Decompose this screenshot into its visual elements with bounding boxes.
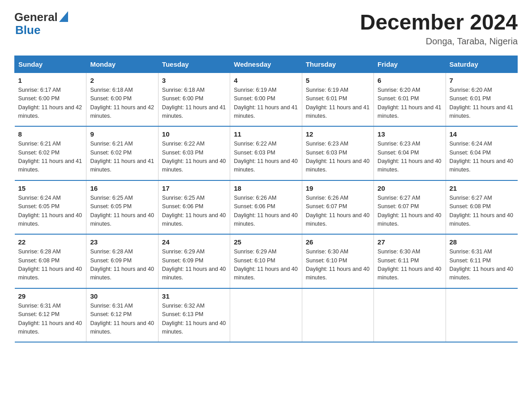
day-info: Sunrise: 6:18 AM Sunset: 6:00 PM Dayligh… [90, 86, 154, 121]
calendar-cell [302, 288, 373, 342]
day-info: Sunrise: 6:17 AM Sunset: 6:00 PM Dayligh… [18, 86, 83, 121]
day-number: 22 [18, 238, 83, 246]
day-info: Sunrise: 6:29 AM Sunset: 6:09 PM Dayligh… [162, 248, 226, 283]
day-info: Sunrise: 6:25 AM Sunset: 6:06 PM Dayligh… [162, 194, 226, 229]
calendar-cell: 4 Sunrise: 6:19 AM Sunset: 6:00 PM Dayli… [230, 73, 302, 126]
day-number: 4 [234, 77, 298, 84]
day-number: 18 [234, 184, 298, 192]
day-info: Sunrise: 6:29 AM Sunset: 6:10 PM Dayligh… [234, 248, 298, 283]
calendar-cell: 24 Sunrise: 6:29 AM Sunset: 6:09 PM Dayl… [158, 234, 230, 288]
day-info: Sunrise: 6:30 AM Sunset: 6:11 PM Dayligh… [378, 248, 442, 283]
calendar-cell: 26 Sunrise: 6:30 AM Sunset: 6:10 PM Dayl… [302, 234, 373, 288]
calendar-cell: 13 Sunrise: 6:23 AM Sunset: 6:04 PM Dayl… [374, 126, 446, 180]
day-info: Sunrise: 6:24 AM Sunset: 6:04 PM Dayligh… [450, 140, 514, 175]
calendar-cell: 5 Sunrise: 6:19 AM Sunset: 6:01 PM Dayli… [302, 73, 373, 126]
day-info: Sunrise: 6:21 AM Sunset: 6:02 PM Dayligh… [90, 140, 154, 175]
calendar-cell: 22 Sunrise: 6:28 AM Sunset: 6:08 PM Dayl… [15, 234, 86, 288]
day-number: 23 [90, 238, 154, 246]
day-number: 6 [378, 77, 442, 84]
week-row-5: 29 Sunrise: 6:31 AM Sunset: 6:12 PM Dayl… [15, 288, 518, 342]
calendar-cell: 3 Sunrise: 6:18 AM Sunset: 6:00 PM Dayli… [158, 73, 230, 126]
calendar-cell: 9 Sunrise: 6:21 AM Sunset: 6:02 PM Dayli… [86, 126, 158, 180]
day-info: Sunrise: 6:20 AM Sunset: 6:01 PM Dayligh… [378, 86, 442, 121]
calendar-cell: 17 Sunrise: 6:25 AM Sunset: 6:06 PM Dayl… [158, 180, 230, 235]
day-info: Sunrise: 6:28 AM Sunset: 6:09 PM Dayligh… [90, 248, 154, 283]
calendar-cell: 7 Sunrise: 6:20 AM Sunset: 6:01 PM Dayli… [446, 73, 517, 126]
calendar-cell: 29 Sunrise: 6:31 AM Sunset: 6:12 PM Dayl… [15, 288, 86, 342]
calendar-cell [446, 288, 517, 342]
col-header-tuesday: Tuesday [158, 56, 230, 73]
day-number: 27 [378, 238, 442, 246]
calendar-cell: 25 Sunrise: 6:29 AM Sunset: 6:10 PM Dayl… [230, 234, 302, 288]
day-info: Sunrise: 6:22 AM Sunset: 6:03 PM Dayligh… [234, 140, 298, 175]
page-header: General Blue December 2024 Donga, Taraba… [14, 11, 518, 47]
calendar-cell [230, 288, 302, 342]
day-number: 5 [306, 77, 370, 84]
calendar-cell: 12 Sunrise: 6:23 AM Sunset: 6:03 PM Dayl… [302, 126, 373, 180]
calendar-cell [374, 288, 446, 342]
calendar-table: SundayMondayTuesdayWednesdayThursdayFrid… [14, 56, 518, 343]
day-number: 31 [162, 292, 226, 300]
col-header-sunday: Sunday [15, 56, 86, 73]
logo-general: General [14, 11, 58, 24]
day-number: 21 [450, 184, 514, 192]
day-info: Sunrise: 6:23 AM Sunset: 6:03 PM Dayligh… [306, 140, 370, 175]
calendar-header-row: SundayMondayTuesdayWednesdayThursdayFrid… [15, 56, 518, 73]
calendar-cell: 23 Sunrise: 6:28 AM Sunset: 6:09 PM Dayl… [86, 234, 158, 288]
week-row-1: 1 Sunrise: 6:17 AM Sunset: 6:00 PM Dayli… [15, 73, 518, 126]
week-row-2: 8 Sunrise: 6:21 AM Sunset: 6:02 PM Dayli… [15, 126, 518, 180]
calendar-cell: 11 Sunrise: 6:22 AM Sunset: 6:03 PM Dayl… [230, 126, 302, 180]
col-header-monday: Monday [86, 56, 158, 73]
day-info: Sunrise: 6:27 AM Sunset: 6:07 PM Dayligh… [378, 194, 442, 229]
calendar-cell: 14 Sunrise: 6:24 AM Sunset: 6:04 PM Dayl… [446, 126, 517, 180]
day-number: 3 [162, 77, 226, 84]
calendar-cell: 19 Sunrise: 6:26 AM Sunset: 6:07 PM Dayl… [302, 180, 373, 235]
calendar-cell: 30 Sunrise: 6:31 AM Sunset: 6:12 PM Dayl… [86, 288, 158, 342]
calendar-cell: 10 Sunrise: 6:22 AM Sunset: 6:03 PM Dayl… [158, 126, 230, 180]
col-header-thursday: Thursday [302, 56, 373, 73]
col-header-friday: Friday [374, 56, 446, 73]
month-title: December 2024 [360, 11, 518, 34]
calendar-cell: 1 Sunrise: 6:17 AM Sunset: 6:00 PM Dayli… [15, 73, 86, 126]
day-number: 10 [162, 130, 226, 138]
day-number: 19 [306, 184, 370, 192]
day-info: Sunrise: 6:18 AM Sunset: 6:00 PM Dayligh… [162, 86, 226, 121]
week-row-4: 22 Sunrise: 6:28 AM Sunset: 6:08 PM Dayl… [15, 234, 518, 288]
col-header-wednesday: Wednesday [230, 56, 302, 73]
logo-text-block: General Blue [14, 11, 68, 36]
day-info: Sunrise: 6:28 AM Sunset: 6:08 PM Dayligh… [18, 248, 83, 283]
day-info: Sunrise: 6:27 AM Sunset: 6:08 PM Dayligh… [450, 194, 514, 229]
day-number: 2 [90, 77, 154, 84]
day-info: Sunrise: 6:20 AM Sunset: 6:01 PM Dayligh… [450, 86, 514, 121]
logo-triangle-icon [59, 11, 68, 22]
day-number: 30 [90, 292, 154, 300]
calendar-cell: 16 Sunrise: 6:25 AM Sunset: 6:05 PM Dayl… [86, 180, 158, 235]
day-number: 11 [234, 130, 298, 138]
calendar-cell: 21 Sunrise: 6:27 AM Sunset: 6:08 PM Dayl… [446, 180, 517, 235]
calendar-cell: 18 Sunrise: 6:26 AM Sunset: 6:06 PM Dayl… [230, 180, 302, 235]
logo: General Blue [14, 11, 68, 36]
logo-blue: Blue [15, 23, 40, 37]
col-header-saturday: Saturday [446, 56, 517, 73]
calendar-cell: 2 Sunrise: 6:18 AM Sunset: 6:00 PM Dayli… [86, 73, 158, 126]
calendar-cell: 15 Sunrise: 6:24 AM Sunset: 6:05 PM Dayl… [15, 180, 86, 235]
day-number: 26 [306, 238, 370, 246]
day-info: Sunrise: 6:26 AM Sunset: 6:06 PM Dayligh… [234, 194, 298, 229]
calendar-cell: 20 Sunrise: 6:27 AM Sunset: 6:07 PM Dayl… [374, 180, 446, 235]
day-number: 24 [162, 238, 226, 246]
day-info: Sunrise: 6:19 AM Sunset: 6:00 PM Dayligh… [234, 86, 298, 121]
calendar-cell: 6 Sunrise: 6:20 AM Sunset: 6:01 PM Dayli… [374, 73, 446, 126]
day-number: 29 [18, 292, 83, 300]
day-number: 25 [234, 238, 298, 246]
calendar-cell: 8 Sunrise: 6:21 AM Sunset: 6:02 PM Dayli… [15, 126, 86, 180]
day-number: 20 [378, 184, 442, 192]
day-number: 9 [90, 130, 154, 138]
day-number: 1 [18, 77, 83, 84]
day-number: 12 [306, 130, 370, 138]
day-info: Sunrise: 6:31 AM Sunset: 6:11 PM Dayligh… [450, 248, 514, 283]
day-info: Sunrise: 6:19 AM Sunset: 6:01 PM Dayligh… [306, 86, 370, 121]
day-number: 28 [450, 238, 514, 246]
day-info: Sunrise: 6:30 AM Sunset: 6:10 PM Dayligh… [306, 248, 370, 283]
day-number: 17 [162, 184, 226, 192]
day-info: Sunrise: 6:24 AM Sunset: 6:05 PM Dayligh… [18, 194, 83, 229]
